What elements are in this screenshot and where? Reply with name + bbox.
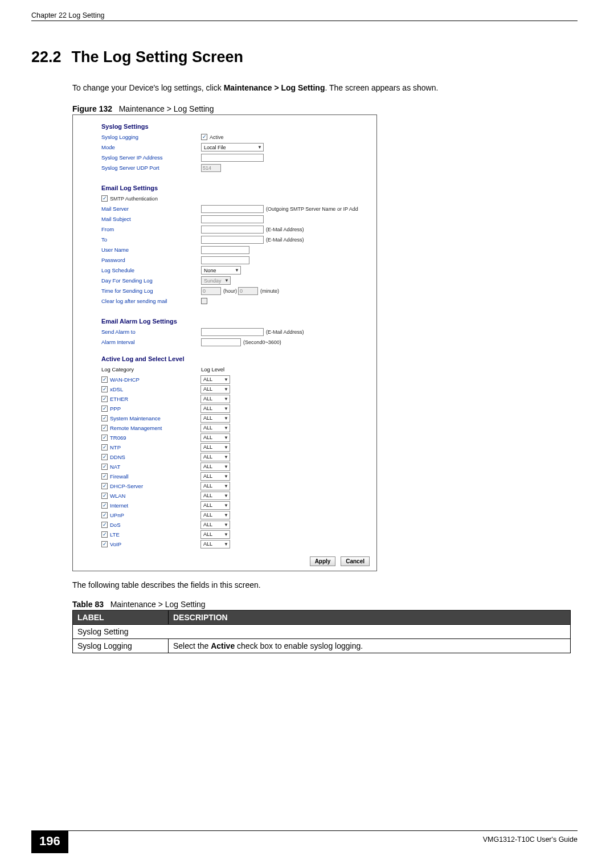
day-sending-value: Sunday (204, 278, 222, 284)
dropdown-arrow-icon: ▼ (224, 493, 228, 498)
category-checkbox[interactable]: ✓ (101, 464, 108, 470)
log-level-select[interactable]: ALL▼ (200, 540, 230, 548)
description-table: LABEL DESCRIPTION Syslog Setting Syslog … (72, 610, 571, 653)
syslog-ip-input[interactable] (201, 154, 264, 162)
section-title-text: The Log Setting Screen (72, 48, 244, 65)
log-level-select[interactable]: ALL▼ (200, 501, 230, 510)
hour-input: 0 (201, 287, 221, 295)
log-level-select[interactable]: ALL▼ (200, 530, 230, 539)
page-number: 196 (31, 830, 68, 853)
category-checkbox[interactable]: ✓ (101, 473, 108, 480)
category-checkbox[interactable]: ✓ (101, 541, 108, 547)
log-category-row: ✓Remote ManagementALL▼ (101, 423, 370, 432)
log-level-select[interactable]: ALL▼ (200, 443, 230, 452)
category-label: WAN-DHCP (110, 376, 200, 383)
table-cell-label: Syslog Logging (73, 639, 169, 653)
table-row: Syslog Logging Select the Active check b… (73, 639, 571, 653)
mode-row: Mode Local File▼ (101, 142, 370, 152)
password-input[interactable] (201, 256, 249, 264)
alarm-interval-input[interactable] (201, 338, 241, 346)
category-checkbox[interactable]: ✓ (101, 493, 108, 499)
category-checkbox[interactable]: ✓ (101, 502, 108, 509)
send-alarm-hint: (E-Mail Address) (266, 329, 304, 335)
from-label: From (101, 226, 201, 232)
log-level-select[interactable]: ALL▼ (200, 492, 230, 500)
log-level-value: ALL (203, 473, 212, 479)
log-level-select[interactable]: ALL▼ (200, 424, 230, 432)
log-level-select[interactable]: ALL▼ (200, 462, 230, 471)
send-alarm-input[interactable] (201, 328, 264, 336)
alarm-heading: Email Alarm Log Settings (101, 318, 370, 325)
table-number: Table 83 (72, 600, 104, 609)
category-checkbox[interactable]: ✓ (101, 454, 108, 460)
log-level-select[interactable]: ALL▼ (200, 433, 230, 442)
log-level-select[interactable]: ALL▼ (200, 395, 230, 403)
mode-select[interactable]: Local File▼ (201, 143, 264, 152)
category-checkbox[interactable]: ✓ (101, 396, 108, 402)
log-level-select[interactable]: ALL▼ (200, 375, 230, 384)
category-checkbox[interactable]: ✓ (101, 512, 108, 518)
log-level-select[interactable]: ALL▼ (200, 511, 230, 519)
table-caption: Table 83 Maintenance > Log Setting (72, 600, 578, 609)
log-category-row: ✓ETHERALL▼ (101, 394, 370, 403)
log-level-value: ALL (203, 425, 212, 431)
log-level-select[interactable]: ALL▼ (200, 482, 230, 490)
day-sending-select: Sunday▼ (201, 276, 231, 285)
log-level-select[interactable]: ALL▼ (200, 472, 230, 481)
clear-log-checkbox (201, 298, 207, 304)
log-level-select[interactable]: ALL▼ (200, 404, 230, 413)
category-checkbox[interactable]: ✓ (101, 444, 108, 451)
log-level-value: ALL (203, 531, 212, 537)
category-checkbox[interactable]: ✓ (101, 435, 108, 441)
category-label: DoS (110, 522, 200, 528)
from-input[interactable] (201, 226, 264, 234)
desc-pre: Select the (173, 641, 211, 650)
to-label: To (101, 236, 201, 243)
table-row: Syslog Setting (73, 625, 571, 639)
category-checkbox[interactable]: ✓ (101, 406, 108, 412)
mail-subject-input[interactable] (201, 215, 264, 223)
dropdown-arrow-icon: ▼ (224, 532, 228, 537)
log-level-select[interactable]: ALL▼ (200, 414, 230, 423)
figure-caption: Figure 132 Maintenance > Log Setting (72, 104, 578, 113)
mail-server-input[interactable] (201, 205, 264, 213)
cancel-button[interactable]: Cancel (341, 556, 370, 566)
log-level-value: ALL (203, 522, 212, 527)
category-checkbox[interactable]: ✓ (101, 376, 108, 383)
log-level-select[interactable]: ALL▼ (200, 385, 230, 394)
desc-bold: Active (211, 641, 235, 650)
log-category-row: ✓UPnPALL▼ (101, 510, 370, 519)
log-level-select[interactable]: ALL▼ (200, 521, 230, 529)
log-schedule-select[interactable]: None▼ (201, 266, 241, 275)
category-checkbox[interactable]: ✓ (101, 425, 108, 431)
category-label: PPP (110, 406, 200, 412)
mode-label: Mode (101, 144, 201, 150)
intro-post: . The screen appears as shown. (325, 83, 438, 92)
syslog-active-checkbox[interactable]: ✓ (201, 134, 207, 140)
syslog-logging-label: Syslog Logging (101, 134, 201, 140)
category-checkbox[interactable]: ✓ (101, 522, 108, 528)
log-level-value: ALL (203, 376, 212, 382)
log-level-select[interactable]: ALL▼ (200, 453, 230, 461)
table-cell-description: Select the Active check box to enable sy… (169, 639, 571, 653)
log-category-row: ✓DoSALL▼ (101, 520, 370, 529)
category-label: NTP (110, 444, 200, 451)
smtp-auth-checkbox[interactable]: ✓ (101, 195, 108, 202)
syslog-port-row: Syslog Server UDP Port 514 (101, 163, 370, 173)
category-checkbox[interactable]: ✓ (101, 386, 108, 392)
log-level-value: ALL (203, 386, 212, 392)
apply-button[interactable]: Apply (310, 556, 336, 566)
category-label: TR069 (110, 435, 200, 441)
category-checkbox[interactable]: ✓ (101, 415, 108, 421)
from-hint: (E-Mail Address) (266, 227, 304, 232)
category-label: LTE (110, 531, 200, 538)
log-level-value: ALL (203, 454, 212, 460)
to-hint: (E-Mail Address) (266, 237, 304, 243)
category-checkbox[interactable]: ✓ (101, 531, 108, 538)
category-checkbox[interactable]: ✓ (101, 483, 108, 489)
to-input[interactable] (201, 236, 264, 244)
intro-bold: Maintenance > Log Setting (224, 83, 325, 92)
username-input[interactable] (201, 246, 249, 254)
log-setting-screenshot: Syslog Settings Syslog Logging ✓ Active … (72, 114, 377, 571)
header-chapter: Chapter 22 Log Setting (31, 11, 105, 19)
